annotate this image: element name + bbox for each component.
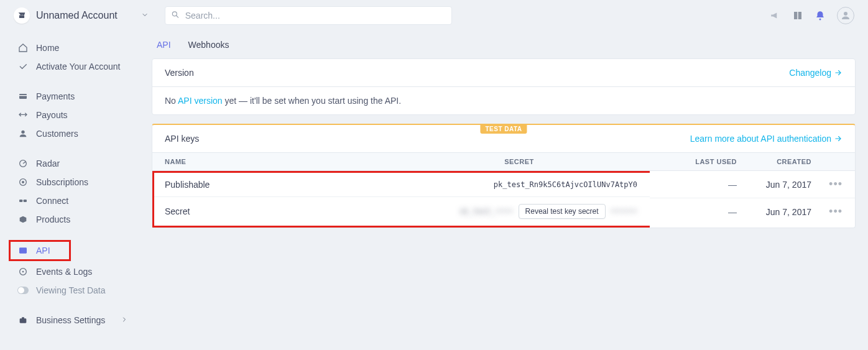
sidebar-item-home[interactable]: Home bbox=[0, 39, 139, 57]
nav-label: Home bbox=[36, 43, 59, 53]
version-body-suffix: yet — it'll be set when you start using … bbox=[223, 96, 402, 106]
key-last-used: — bbox=[650, 207, 737, 217]
target-icon bbox=[17, 267, 29, 277]
key-name: Publishable bbox=[165, 180, 376, 190]
sidebar-item-products[interactable]: Products bbox=[0, 210, 139, 229]
sidebar-item-subscriptions[interactable]: Subscriptions bbox=[0, 173, 139, 191]
table-header: NAME SECRET LAST USED CREATED bbox=[152, 152, 855, 171]
nav-label: Business Settings bbox=[36, 315, 105, 325]
tabs: API Webhooks bbox=[152, 31, 856, 58]
key-name: Secret bbox=[165, 206, 376, 216]
account-switcher[interactable]: Unnamed Account bbox=[14, 7, 149, 24]
api-keys-card: TEST DATA API keys Learn more about API … bbox=[152, 124, 856, 228]
svg-rect-10 bbox=[19, 200, 22, 202]
credit-card-icon bbox=[17, 91, 29, 101]
col-created: CREATED bbox=[737, 158, 811, 165]
radar-icon bbox=[17, 159, 29, 168]
nav-label: Radar bbox=[36, 159, 60, 168]
key-secret-value[interactable]: pk_test_Rn9k5C6tAjvcOIlUNv7AtpY0 bbox=[376, 180, 637, 189]
sidebar-item-radar[interactable]: Radar bbox=[0, 154, 139, 173]
api-version-link[interactable]: API version bbox=[178, 96, 223, 106]
svg-rect-12 bbox=[19, 247, 27, 253]
reveal-secret-button[interactable]: Reveal test key secret bbox=[519, 204, 606, 219]
bell-icon[interactable] bbox=[815, 10, 826, 21]
learn-more-label: Learn more about API authentication bbox=[690, 134, 831, 144]
highlighted-keys-region: Publishable pk_test_Rn9k5C6tAjvcOIlUNv7A… bbox=[152, 171, 650, 228]
box-icon bbox=[17, 214, 29, 224]
version-title: Version bbox=[165, 68, 194, 78]
arrow-right-icon bbox=[834, 68, 843, 77]
svg-rect-15 bbox=[20, 318, 27, 323]
check-icon bbox=[17, 62, 29, 71]
version-card: Version Changelog No API version yet — i… bbox=[152, 58, 856, 115]
briefcase-icon bbox=[17, 315, 29, 325]
account-name: Unnamed Account bbox=[36, 10, 118, 21]
key-created: Jun 7, 2017 bbox=[737, 180, 811, 190]
nav-label: Activate Your Account bbox=[36, 62, 120, 71]
chevron-down-icon bbox=[141, 11, 149, 21]
arrow-right-icon bbox=[834, 134, 843, 143]
api-keys-title: API keys bbox=[165, 134, 199, 144]
svg-rect-16 bbox=[22, 317, 24, 319]
book-icon[interactable] bbox=[792, 10, 803, 21]
version-body: No API version yet — it'll be set when y… bbox=[152, 87, 855, 114]
svg-point-9 bbox=[22, 181, 24, 183]
svg-point-6 bbox=[21, 131, 24, 134]
svg-point-14 bbox=[22, 271, 24, 273]
sidebar: Home Activate Your Account Payments Payo… bbox=[0, 31, 139, 341]
sidebar-item-viewing-test[interactable]: Viewing Test Data bbox=[0, 281, 139, 300]
col-name: NAME bbox=[165, 158, 389, 165]
sidebar-item-payouts[interactable]: Payouts bbox=[0, 106, 139, 124]
version-body-prefix: No bbox=[165, 96, 178, 106]
megaphone-icon[interactable] bbox=[770, 10, 781, 21]
changelog-link[interactable]: Changelog bbox=[789, 68, 843, 78]
nav-label: Payouts bbox=[36, 110, 68, 120]
sidebar-item-business[interactable]: Business Settings bbox=[0, 311, 139, 329]
row-more-button[interactable]: ••• bbox=[811, 178, 843, 191]
terminal-icon bbox=[17, 246, 29, 256]
sidebar-item-api[interactable]: API bbox=[9, 240, 71, 261]
nav-label: Events & Logs bbox=[36, 267, 92, 277]
tab-webhooks[interactable]: Webhooks bbox=[188, 40, 229, 50]
learn-more-link[interactable]: Learn more about API authentication bbox=[690, 134, 843, 144]
search-icon bbox=[171, 11, 180, 21]
svg-rect-4 bbox=[19, 94, 27, 99]
changelog-label: Changelog bbox=[789, 68, 831, 78]
connect-icon bbox=[17, 196, 29, 206]
svg-rect-0 bbox=[19, 15, 24, 18]
person-icon bbox=[17, 129, 29, 139]
key-secret-masked-left: sk_test_•••• bbox=[459, 207, 514, 216]
svg-point-1 bbox=[172, 12, 177, 16]
refresh-icon bbox=[17, 177, 29, 187]
store-icon bbox=[14, 7, 30, 24]
nav-label: Connect bbox=[36, 196, 68, 206]
key-last-used: — bbox=[650, 180, 737, 190]
col-secret: SECRET bbox=[389, 158, 650, 165]
sidebar-item-payments[interactable]: Payments bbox=[0, 87, 139, 106]
transfer-icon bbox=[17, 110, 29, 120]
nav-label: API bbox=[36, 246, 50, 256]
home-icon bbox=[17, 43, 29, 53]
search-input[interactable] bbox=[165, 6, 452, 25]
row-more-button[interactable]: ••• bbox=[811, 205, 843, 218]
key-secret-masked-right: •••••• bbox=[611, 207, 637, 216]
svg-rect-11 bbox=[24, 200, 27, 202]
nav-label: Subscriptions bbox=[36, 177, 88, 187]
col-last-used: LAST USED bbox=[650, 158, 737, 165]
nav-label: Customers bbox=[36, 129, 78, 139]
svg-rect-5 bbox=[19, 95, 27, 96]
nav-label: Payments bbox=[36, 91, 75, 101]
nav-label: Products bbox=[36, 214, 70, 224]
sidebar-item-customers[interactable]: Customers bbox=[0, 124, 139, 143]
test-data-badge: TEST DATA bbox=[480, 124, 527, 134]
svg-point-3 bbox=[844, 12, 847, 16]
avatar[interactable] bbox=[837, 7, 854, 24]
tab-api[interactable]: API bbox=[157, 40, 171, 50]
sidebar-item-connect[interactable]: Connect bbox=[0, 191, 139, 210]
arrow-right-icon bbox=[121, 315, 128, 325]
sidebar-item-activate[interactable]: Activate Your Account bbox=[0, 57, 139, 76]
key-created: Jun 7, 2017 bbox=[737, 207, 811, 217]
toggle-icon bbox=[17, 287, 29, 294]
sidebar-item-events[interactable]: Events & Logs bbox=[0, 262, 139, 281]
nav-label: Viewing Test Data bbox=[36, 285, 106, 295]
